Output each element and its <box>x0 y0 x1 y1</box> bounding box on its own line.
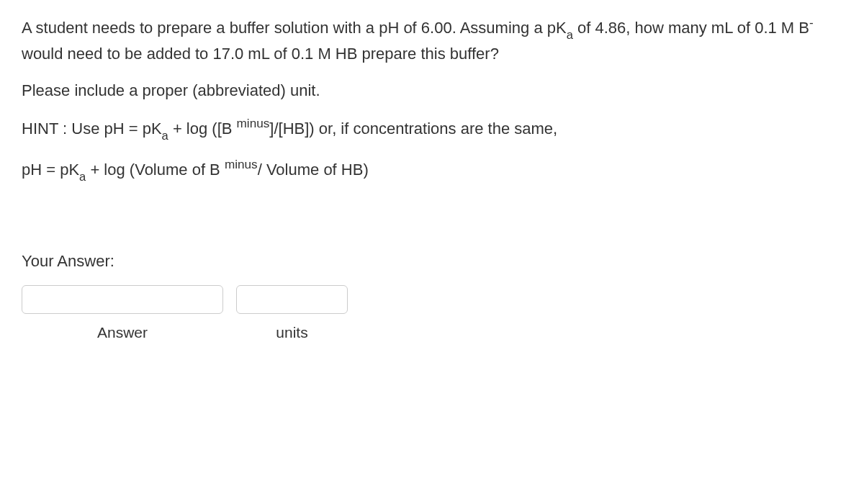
question-text: A student needs to prepare a buffer solu… <box>22 14 842 184</box>
subscript-a: a <box>79 170 86 183</box>
text-fragment: would need to be added to 17.0 mL of 0.1… <box>22 45 499 63</box>
units-input-group: units <box>236 285 348 341</box>
superscript-minus: - <box>809 15 814 30</box>
superscript-minus: minus <box>225 157 258 171</box>
text-fragment: + log ([B <box>168 120 237 138</box>
superscript-minus: minus <box>237 116 270 130</box>
text-fragment: of <box>573 19 590 37</box>
answer-caption: Answer <box>97 324 148 341</box>
answer-input-group: Answer <box>22 285 223 341</box>
units-caption: units <box>276 324 307 341</box>
answer-section: Your Answer: Answer units <box>22 252 842 341</box>
inputs-row: Answer units <box>22 285 842 341</box>
your-answer-label: Your Answer: <box>22 252 842 271</box>
text-fragment: / Volume of HB) <box>258 161 369 179</box>
subscript-a: a <box>162 129 168 142</box>
question-line-1: A student needs to prepare a buffer solu… <box>22 14 842 66</box>
hint-line-2: pH = pKa + log (Volume of B minus/ Volum… <box>22 156 842 184</box>
text-fragment: pH = pK <box>22 161 79 179</box>
text-fragment: 4.86, how many mL of 0.1 M B <box>595 19 809 37</box>
text-fragment: HINT : Use pH = pK <box>22 120 162 138</box>
hint-line-1: HINT : Use pH = pKa + log ([B minus]/[HB… <box>22 115 842 143</box>
answer-input[interactable] <box>22 285 223 314</box>
units-input[interactable] <box>236 285 348 314</box>
text-fragment: ]/[HB]) or, if concentrations are the sa… <box>269 120 557 138</box>
text-fragment: A student needs to prepare a buffer solu… <box>22 19 567 37</box>
text-fragment: + log (Volume of B <box>86 161 225 179</box>
question-line-unit-note: Please include a proper (abbreviated) un… <box>22 78 842 102</box>
subscript-a: a <box>567 28 573 41</box>
